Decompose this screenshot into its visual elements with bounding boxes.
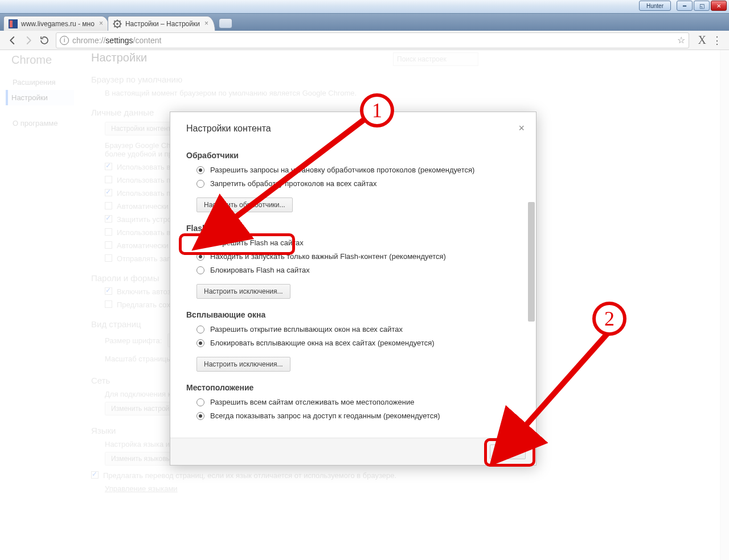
gear-icon [113, 19, 122, 28]
manage-popup-exceptions-button[interactable]: Настроить исключения... [196, 357, 290, 372]
radio-flash-block[interactable]: Блокировать Flash на сайтах [196, 266, 520, 274]
svg-line-10 [120, 20, 121, 22]
radio-location-allow[interactable]: Разрешить всем сайтам отслеживать мое ме… [196, 398, 520, 406]
browser-tabstrip: www.livegames.ru - мно × Настройки – Нас… [0, 14, 729, 31]
manage-flash-exceptions-button[interactable]: Настроить исключения... [196, 284, 290, 299]
section-popups: Всплывающие окна [186, 310, 520, 319]
radio-flash-allow[interactable]: Разрешить Flash на сайтах [196, 238, 520, 247]
window-minimize-button[interactable]: ━ [677, 1, 693, 11]
radio-location-ask[interactable]: Всегда показывать запрос на доступ к гео… [196, 411, 520, 420]
section-location: Местоположение [186, 383, 520, 392]
back-button[interactable] [5, 32, 21, 48]
browser-tab[interactable]: Настройки – Настройки × [108, 16, 215, 31]
omnibox[interactable]: i chrome://settings/content ☆ [56, 32, 689, 48]
content-settings-modal: Настройки контента × Обработчики Разреши… [170, 112, 536, 466]
tab-close-icon[interactable]: × [204, 20, 211, 27]
modal-close-button[interactable]: × [518, 122, 525, 134]
favicon-icon [9, 19, 18, 28]
url-text: chrome://settings/content [72, 36, 161, 45]
radio-flash-detect[interactable]: Находить и запускать только важный Flash… [196, 252, 520, 261]
new-tab-button[interactable] [219, 18, 232, 28]
svg-rect-1 [10, 20, 13, 27]
hunter-badge: Hunter [639, 1, 671, 11]
extension-x-icon[interactable]: X [698, 34, 706, 47]
svg-line-8 [114, 20, 115, 22]
section-handlers: Обработчики [186, 151, 520, 160]
window-titlebar: Hunter ━ ◱ ✕ [0, 0, 729, 14]
svg-line-11 [114, 26, 115, 27]
modal-body: Обработчики Разрешить запросы на установ… [170, 139, 536, 438]
tab-title: www.livegames.ru - мно [21, 20, 95, 28]
reload-button[interactable] [36, 32, 52, 48]
window-maximize-button[interactable]: ◱ [694, 1, 710, 11]
site-info-icon[interactable]: i [60, 36, 69, 45]
modal-footer: Готово [170, 438, 536, 465]
svg-point-3 [116, 23, 118, 25]
section-flash: Flash [186, 224, 520, 233]
browser-tab[interactable]: www.livegames.ru - мно × [3, 16, 110, 31]
radio-handlers-allow[interactable]: Разрешить запросы на установку обработчи… [196, 166, 520, 174]
radio-handlers-block[interactable]: Запретить обработку протоколов на всех с… [196, 179, 520, 188]
radio-popups-allow[interactable]: Разрешить открытие всплывающих окон на в… [196, 325, 520, 333]
bookmark-star-icon[interactable]: ☆ [677, 35, 685, 46]
tab-close-icon[interactable]: × [99, 20, 106, 27]
modal-scrollbar[interactable]: ▾ [528, 139, 535, 438]
browser-toolbar: i chrome://settings/content ☆ X ⋮ [0, 31, 729, 50]
done-button[interactable]: Готово [490, 444, 526, 459]
modal-title: Настройки контента [186, 123, 271, 134]
svg-line-9 [120, 26, 121, 27]
window-close-button[interactable]: ✕ [711, 1, 727, 11]
manage-handlers-button[interactable]: Настроить обработчики... [196, 197, 293, 212]
tab-title: Настройки – Настройки [125, 20, 200, 28]
forward-button[interactable] [21, 32, 36, 48]
radio-popups-block[interactable]: Блокировать всплывающие окна на всех сай… [196, 339, 520, 347]
chrome-menu-icon[interactable]: ⋮ [712, 34, 722, 47]
